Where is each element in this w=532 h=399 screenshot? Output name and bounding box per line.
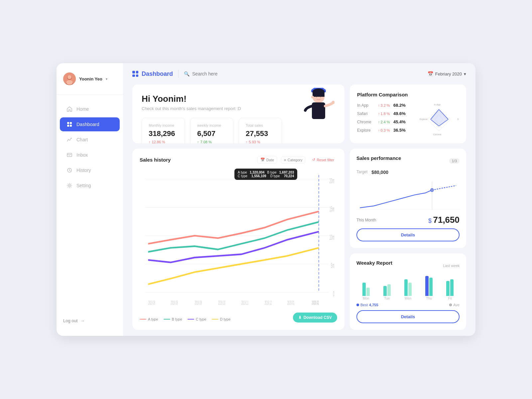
svg-rect-5	[67, 122, 69, 124]
bar-pair-fri	[446, 273, 454, 296]
sidebar-item-inbox[interactable]: Inbox	[60, 148, 120, 162]
sidebar-nav: Home Dashboard Chart	[57, 95, 123, 318]
sidebar: Yoonin Yeo ▾ Home	[57, 63, 123, 336]
stat-weekly-value: 6,507	[197, 129, 226, 138]
arrow-up-icon-3: ↑	[246, 140, 248, 143]
download-csv-button[interactable]: ⬇ Download CSV	[293, 313, 337, 323]
chart-filters: 📅 Date ≡ Category ↺ Reset filter	[257, 156, 337, 164]
bar-pair-wed	[404, 273, 412, 296]
profile-name: Yoonin Yeo	[79, 76, 102, 81]
bar-group-tue: Tue	[377, 273, 396, 300]
stat-monthly-label: Monthly income	[149, 123, 178, 127]
legend-dot-ctype	[188, 319, 194, 320]
inbox-icon	[66, 152, 72, 158]
performance-details-button[interactable]: Details	[356, 228, 460, 241]
currency-sign: $	[428, 217, 432, 224]
logout-button[interactable]: Log out →	[57, 318, 123, 327]
bar-group-fri: Fri	[441, 273, 460, 300]
platform-section: Platform Comparison In App ↑ 3.2 % 68.2%…	[350, 84, 466, 143]
svg-point-11	[69, 185, 70, 187]
perf-counter: 1/3	[449, 158, 460, 164]
sidebar-item-dashboard[interactable]: Dashboard	[60, 117, 120, 131]
bar-pair-tue	[383, 273, 391, 296]
sidebar-home-label: Home	[76, 106, 89, 112]
sidebar-item-home[interactable]: Home	[60, 102, 120, 116]
bar-label-fri: Fri	[448, 297, 452, 300]
sidebar-item-history[interactable]: History	[60, 163, 120, 177]
date-chevron-icon: ▾	[464, 71, 466, 76]
svg-rect-7	[67, 125, 69, 127]
logout-arrow-icon: →	[80, 318, 84, 323]
header-title: Dashboard	[142, 70, 173, 77]
date-filter-btn[interactable]: 📅 Date	[257, 156, 277, 164]
target-label: Target	[356, 170, 367, 175]
sidebar-profile[interactable]: Yoonin Yeo ▾	[57, 72, 123, 95]
arrow-up-icon: ↑	[149, 140, 151, 143]
bar-wed-green	[404, 279, 408, 296]
bar-tue-light	[387, 284, 391, 296]
svg-rect-21	[312, 102, 325, 119]
chart-tooltip: A type1,320,004 B type1,697,203 C type1,…	[234, 169, 297, 180]
header-title-area: Dashboard	[132, 70, 173, 77]
category-filter-btn[interactable]: ≡ Category	[281, 156, 305, 164]
radar-chart: In App Safari Chrome Explore	[419, 103, 459, 136]
weekly-bars: Mon Tue	[356, 274, 460, 300]
calendar-small-icon: 📅	[260, 158, 265, 162]
svg-text:0: 0	[333, 290, 334, 298]
date-label: Febriary 2020	[435, 71, 462, 76]
bar-wed-light	[408, 283, 412, 296]
platform-top: In App ↑ 3.2 % 68.2% Safari ↑ 1.8 % 49.6…	[357, 103, 459, 136]
svg-text:2019.12: 2019.12	[265, 299, 272, 306]
download-icon: ⬇	[298, 315, 302, 320]
target-row: Target $80,000	[356, 170, 460, 175]
chart-icon	[66, 137, 72, 143]
header: Dashboard 🔍 📅 Febriary 2020 ▾	[123, 63, 475, 84]
svg-text:2019.09: 2019.09	[195, 299, 201, 306]
legend-dot-atype	[140, 319, 146, 320]
stat-total-label: Total sales	[246, 123, 275, 127]
weekly-header: Weeaky Report Last week	[356, 260, 460, 271]
legend-dot-dtype	[212, 319, 218, 320]
header-date[interactable]: 📅 Febriary 2020 ▾	[428, 71, 466, 76]
sidebar-item-chart[interactable]: Chart	[60, 133, 120, 147]
stat-weekly-change: ↑ 7.08 %	[197, 140, 226, 143]
legend-dot-btype	[164, 319, 170, 320]
chart-legend: A type B type C type D type	[140, 317, 230, 321]
svg-point-19	[320, 96, 321, 97]
avatar	[63, 72, 76, 85]
sidebar-dashboard-label: Dashboard	[76, 122, 99, 127]
category-icon: ≡	[284, 158, 286, 162]
svg-text:2019.08: 2019.08	[171, 299, 178, 306]
bar-mon-green	[362, 283, 366, 296]
platform-title: Platform Comparison	[357, 92, 459, 97]
stat-monthly-change: ↑ 12.86 %	[149, 140, 178, 143]
svg-text:5m: 5m	[331, 261, 334, 269]
logout-label: Log out	[63, 318, 77, 323]
sales-history: Sales history 📅 Date ≡ Category ↺ Reset	[132, 149, 344, 330]
stat-weekly: weekly income 6,507 ↑ 7.08 %	[190, 118, 233, 143]
search-input[interactable]	[192, 71, 259, 76]
this-month-value-area: $ 71,650	[428, 215, 460, 225]
bar-tue-green	[383, 286, 387, 296]
weekly-details-button[interactable]: Details	[356, 310, 460, 323]
app-container: Yoonin Yeo ▾ Home	[57, 63, 475, 336]
svg-text:Safari: Safari	[457, 118, 459, 120]
bar-pair-thu	[425, 273, 433, 296]
dashboard-grid-icon	[132, 71, 138, 77]
platform-item-explore: Explore ↑ 0.3 % 36.5%	[357, 128, 419, 133]
sidebar-item-setting[interactable]: Setting	[60, 179, 120, 193]
svg-text:In App: In App	[434, 103, 441, 106]
reset-filter-btn[interactable]: ↺ Reset filter	[309, 156, 337, 164]
chart-header: Sales history 📅 Date ≡ Category ↺ Reset	[140, 156, 337, 164]
stat-monthly: Monthly income 318,296 ↑ 12.86 %	[142, 118, 185, 143]
svg-text:Explore: Explore	[420, 118, 428, 121]
legend-ctype: C type	[188, 317, 206, 321]
ave-badge: Ave	[449, 303, 460, 307]
svg-text:2019.10: 2019.10	[218, 299, 225, 306]
sidebar-setting-label: Setting	[76, 183, 91, 188]
stat-weekly-label: weekly income	[197, 123, 226, 127]
legend-dtype: D type	[212, 317, 231, 321]
target-value: $80,000	[371, 170, 388, 175]
svg-text:2019.08: 2019.08	[148, 299, 155, 306]
sidebar-inbox-label: Inbox	[76, 152, 88, 158]
